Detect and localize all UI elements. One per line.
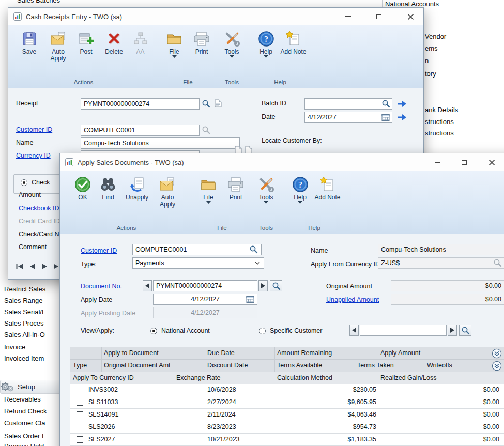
customer-lookup-button[interactable] — [249, 245, 258, 254]
table-row[interactable]: INVS3002 10/6/2028 $230.05 $0.00 — [70, 384, 504, 396]
batch-goto-button[interactable] — [397, 100, 407, 107]
first-record-button[interactable] — [14, 262, 25, 271]
cash-titlebar[interactable]: Cash Receipts Entry - TWO (sa) — [8, 8, 423, 25]
help-button[interactable]: ? Help — [254, 29, 279, 78]
close-button[interactable] — [480, 153, 503, 171]
nav-item[interactable]: Sales Proces — [4, 319, 44, 327]
collapse-rows-button[interactable] — [492, 361, 502, 371]
print-button[interactable]: Print — [189, 29, 215, 78]
maximize-button[interactable] — [366, 8, 392, 25]
post-button[interactable]: Post — [74, 29, 99, 78]
add-note-button[interactable]: Add Note — [280, 29, 307, 78]
tools-button[interactable]: Tools — [253, 175, 279, 224]
ok-button[interactable]: OK — [71, 175, 94, 224]
unapplied-amount-link[interactable]: Unapplied Amount — [326, 296, 379, 303]
view-previous-button[interactable] — [349, 325, 359, 336]
receipt-input[interactable] — [81, 98, 200, 110]
previous-document-button[interactable] — [143, 280, 152, 291]
view-lookup-button[interactable] — [459, 325, 471, 336]
receipt-lookup-button[interactable] — [202, 99, 210, 108]
specific-customer-radio[interactable] — [259, 328, 266, 334]
view-customer-input[interactable] — [360, 325, 447, 336]
close-button[interactable] — [397, 8, 424, 25]
file-button[interactable]: File — [195, 175, 221, 224]
row-checkbox[interactable] — [77, 411, 83, 418]
nav-item-fragment[interactable]: Vendor — [425, 33, 446, 40]
tools-button[interactable]: Tools — [219, 29, 245, 78]
apply-titlebar[interactable]: Apply Sales Documents - TWO (sa) — [60, 153, 504, 171]
nav-item-national-accounts[interactable]: National Accounts — [385, 0, 439, 8]
table-row[interactable]: SLS11033 2/27/2024 $9,605.95 $0.00 — [70, 396, 504, 409]
add-note-button[interactable]: Add Note — [314, 175, 341, 224]
national-account-radio[interactable] — [150, 328, 157, 334]
date-goto-button[interactable] — [397, 114, 407, 121]
apply-date-calendar-button[interactable] — [246, 295, 254, 303]
checkbook-id-link[interactable]: Checkbook ID — [19, 205, 59, 212]
save-button[interactable]: Save — [16, 29, 43, 78]
minimize-button[interactable] — [425, 153, 449, 171]
col-writeoffs[interactable]: Writeoffs — [427, 362, 452, 369]
view-next-button[interactable] — [448, 325, 457, 336]
type-dropdown[interactable]: Payments — [132, 257, 264, 269]
table-row[interactable]: SLS14091 2/11/2024 $4,063.46 $0.00 — [70, 409, 504, 421]
find-button[interactable]: Find — [96, 175, 120, 224]
col-amount-remaining[interactable]: Amount Remaining — [277, 349, 332, 357]
receipt-note-button[interactable] — [214, 99, 222, 107]
maximize-button[interactable] — [452, 153, 476, 171]
customer-id-input[interactable] — [81, 125, 200, 136]
col-terms-taken[interactable]: Terms Taken — [357, 362, 394, 369]
auto-apply-button[interactable]: Auto Apply — [154, 175, 181, 224]
minimize-button[interactable] — [335, 8, 361, 25]
batch-id-input[interactable] — [304, 98, 392, 110]
nav-item[interactable]: Sales All-in-O — [4, 331, 45, 339]
file-button[interactable]: File — [161, 29, 187, 78]
name-field[interactable]: Compu-Tech Solutions — [81, 137, 240, 149]
batch-lookup-button[interactable] — [381, 99, 390, 108]
nav-item-fragment[interactable]: ems — [425, 44, 438, 52]
help-button[interactable]: ? Help — [288, 175, 313, 224]
next-document-button[interactable] — [258, 280, 268, 291]
setup-section-header[interactable]: Setup — [0, 380, 69, 394]
document-lookup-button[interactable] — [270, 280, 282, 291]
customer-id-link[interactable]: Customer ID — [81, 247, 117, 254]
nav-item[interactable]: Receivables — [4, 395, 41, 403]
row-checkbox[interactable] — [77, 399, 83, 406]
auto-apply-button[interactable]: Auto Apply — [44, 29, 72, 78]
expand-rows-button[interactable] — [492, 348, 502, 359]
date-input[interactable] — [304, 112, 392, 123]
nav-item-fragment[interactable]: ank Details — [425, 106, 458, 114]
nav-item[interactable]: Process Hold — [4, 442, 44, 446]
row-checkbox[interactable] — [77, 424, 83, 430]
nav-item[interactable]: Invoiced Item — [4, 355, 44, 362]
print-button[interactable]: Print — [223, 175, 249, 224]
date-calendar-button[interactable] — [381, 113, 390, 121]
document-no-input[interactable] — [153, 280, 257, 291]
check-radio[interactable] — [21, 179, 27, 186]
table-row[interactable]: SLS2027 10/21/2023 $1,183.35 $0.00 — [70, 434, 504, 446]
customer-id-link[interactable]: Customer ID — [16, 126, 52, 133]
col-apply-to-document[interactable]: Apply to Document — [104, 349, 159, 357]
nav-item[interactable]: Refund Check — [4, 407, 47, 415]
nav-item-fragment[interactable]: structions — [425, 118, 454, 126]
nav-item[interactable]: Sales Serial/L — [4, 308, 45, 316]
row-checkbox[interactable] — [77, 436, 83, 443]
apply-date-input[interactable] — [153, 294, 257, 305]
nav-item-fragment[interactable]: structions — [425, 129, 454, 137]
nav-item-fragment[interactable]: tory — [425, 70, 436, 78]
next-record-button[interactable] — [39, 262, 50, 271]
nav-item[interactable]: Invoice — [4, 343, 25, 351]
nav-item[interactable]: Restrict Sales — [4, 285, 45, 293]
nav-item[interactable]: Customer Cla — [4, 419, 45, 427]
previous-record-button[interactable] — [27, 262, 37, 271]
nav-item-sales-batches[interactable]: Sales Batches — [17, 0, 60, 4]
unapply-button[interactable]: Unapply — [122, 175, 152, 224]
customer-id-input[interactable] — [132, 244, 262, 255]
row-checkbox[interactable] — [77, 387, 83, 393]
nav-item[interactable]: Sales Order F — [4, 432, 46, 440]
table-row[interactable]: SLS2026 8/23/2023 $954.73 $0.00 — [70, 421, 504, 434]
delete-button[interactable]: Delete — [100, 29, 128, 78]
document-no-link[interactable]: Document No. — [81, 283, 122, 290]
currency-id-link[interactable]: Currency ID — [16, 152, 51, 159]
nav-item-fragment[interactable]: n — [425, 57, 429, 65]
nav-item[interactable]: Sales Range — [4, 297, 42, 304]
